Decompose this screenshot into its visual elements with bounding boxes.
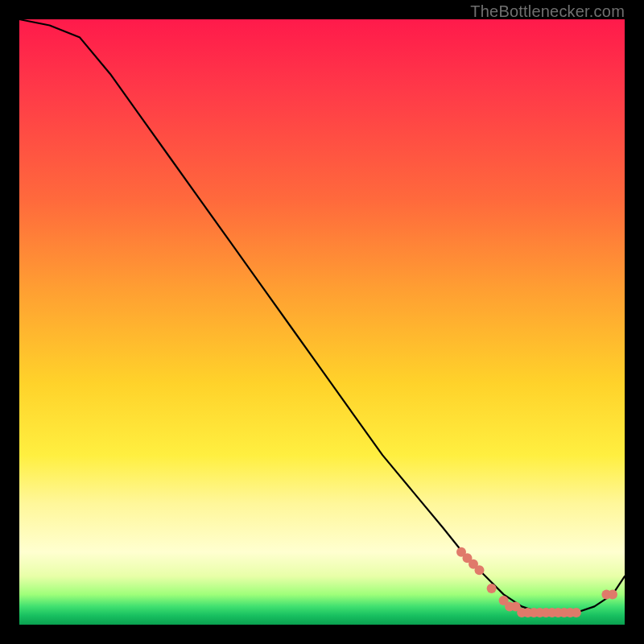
plot-area [19, 19, 625, 625]
bottleneck-curve [19, 19, 625, 613]
data-marker [475, 565, 485, 575]
chart-svg [19, 19, 625, 625]
attribution-text: TheBottlenecker.com [470, 2, 625, 21]
data-marker [487, 584, 497, 593]
data-marker [608, 589, 617, 599]
data-marker [572, 608, 581, 617]
chart-stage: TheBottlenecker.com [0, 0, 644, 644]
